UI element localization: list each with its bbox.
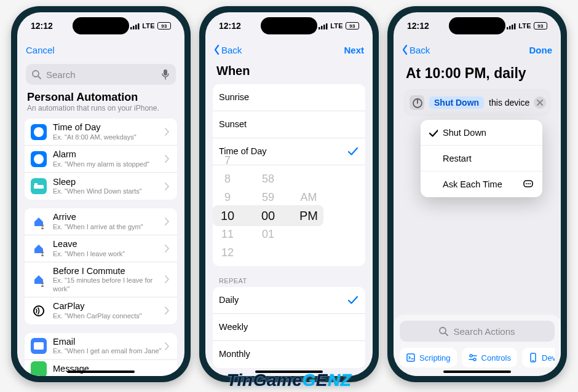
mic-icon[interactable] [161, 69, 170, 80]
network-label: LTE [330, 22, 343, 29]
signal-bars-icon [319, 22, 328, 29]
back-button[interactable]: Back [214, 45, 242, 55]
power-icon [410, 95, 424, 110]
status-time: 12:12 [407, 21, 429, 31]
trigger-message[interactable]: Message [25, 360, 177, 376]
when-options: SunriseSunsetTime of Day7891011125859000… [213, 84, 365, 266]
chevron-right-icon [165, 245, 170, 253]
done-button[interactable]: Done [529, 45, 553, 55]
trigger-leave[interactable]: LeaveEx. "When I leave work" [25, 235, 177, 262]
chip-controls[interactable]: Controls [462, 348, 517, 367]
search-placeholder: Search Actions [453, 326, 515, 337]
page-title: Personal Automation [22, 91, 180, 104]
check-icon [348, 147, 358, 157]
search-actions-field[interactable]: Search Actions [400, 321, 555, 342]
status-bar: 12:12 LTE 93 [205, 12, 373, 39]
automation-title: At 10:00 PM, daily [398, 60, 556, 89]
phone-3: 12:12 LTE 93 Back Done At 10:00 PM, dail… [387, 6, 567, 382]
chevron-right-icon [165, 155, 170, 163]
search-placeholder: Search [46, 69, 156, 80]
trigger-group-time: Time of DayEx. "At 8:00 AM, weekdays" Al… [25, 119, 177, 200]
status-time: 12:12 [31, 21, 53, 31]
chevron-right-icon [165, 342, 170, 350]
next-button[interactable]: Next [344, 45, 364, 55]
repeat-option[interactable]: Monthly [213, 341, 365, 368]
search-field[interactable]: Search [26, 64, 176, 85]
back-button[interactable]: Back [402, 45, 430, 55]
commute-icon [31, 272, 47, 288]
search-icon [439, 327, 448, 336]
trigger-alarm[interactable]: AlarmEx. "When my alarm is stopped" [25, 146, 177, 173]
scripting-icon [406, 353, 416, 363]
repeat-options: DailyWeeklyMonthly [213, 287, 365, 368]
repeat-option[interactable]: Daily [213, 287, 365, 314]
network-label: LTE [518, 22, 531, 29]
home-indicator[interactable] [443, 370, 511, 373]
trigger-before-commute[interactable]: Before I CommuteEx. "15 minutes before I… [25, 262, 177, 297]
popover-option[interactable]: Shut Down [421, 120, 542, 146]
remove-action-button[interactable] [534, 96, 546, 109]
network-label: LTE [142, 22, 155, 29]
popover-option[interactable]: Ask Each Time [421, 171, 542, 197]
trigger-sleep[interactable]: SleepEx. "When Wind Down starts" [25, 173, 177, 200]
signal-bars-icon [130, 22, 140, 29]
action-parameter[interactable]: Shut Down [429, 96, 484, 109]
nav-bar: Back Next [205, 39, 373, 60]
bed-icon [31, 178, 47, 194]
action-picker[interactable]: Search Actions ScriptingControlsDevice [394, 315, 561, 376]
chevron-right-icon [165, 307, 170, 315]
status-bar: 12:12 LTE 93 [394, 12, 561, 39]
phone-1: 12:12 LTE 93 Cancel Search Personal Auto… [11, 6, 191, 382]
chevron-right-icon [165, 182, 170, 190]
trigger-carplay[interactable]: CarPlayEx. "When CarPlay connects" [25, 297, 177, 324]
mail-icon [31, 338, 47, 354]
chevron-right-icon [165, 128, 170, 136]
search-icon [32, 70, 41, 79]
status-time: 12:12 [219, 21, 241, 31]
notch [73, 17, 129, 34]
ask-icon [523, 179, 534, 190]
clock-icon [31, 124, 47, 140]
trigger-email[interactable]: EmailEx. "When I get an email from Jane" [25, 333, 177, 360]
page-subtitle: An automation that runs on your iPhone. [22, 104, 180, 119]
chip-device[interactable]: Device [522, 348, 555, 367]
chevron-right-icon [165, 218, 170, 225]
controls-icon [468, 353, 478, 363]
status-bar: 12:12 LTE 93 [17, 12, 184, 39]
chevron-right-icon [165, 275, 170, 283]
carplay-icon [31, 303, 47, 319]
trigger-group-location: ArriveEx. "When I arrive at the gym" Lea… [25, 208, 177, 324]
nav-bar: Back Done [394, 39, 561, 60]
time-picker[interactable]: 78910111258590001AMPM [213, 165, 323, 266]
notch [261, 17, 317, 34]
check-icon [429, 128, 438, 137]
arrive-icon [31, 214, 47, 230]
trigger-group-comms: EmailEx. "When I get an email from Jane"… [25, 333, 177, 376]
message-icon [31, 361, 47, 376]
trigger-arrive[interactable]: ArriveEx. "When I arrive at the gym" [25, 208, 177, 235]
when-option[interactable]: Sunrise [213, 84, 365, 111]
chip-scripting[interactable]: Scripting [400, 348, 457, 367]
action-text: this device [489, 98, 529, 108]
parameter-popover: Shut DownRestartAsk Each Time [421, 120, 542, 197]
when-option[interactable]: Sunset [213, 111, 365, 138]
leave-icon [31, 241, 47, 257]
popover-option[interactable]: Restart [421, 146, 542, 171]
section-heading: When [210, 60, 368, 84]
battery-icon: 93 [157, 22, 171, 29]
device-icon [528, 353, 538, 363]
nav-bar: Cancel [17, 39, 184, 60]
phone-2: 12:12 LTE 93 Back Next When SunriseSunse… [199, 6, 379, 382]
category-chips: ScriptingControlsDevice [400, 348, 555, 367]
action-shut-down[interactable]: Shut Down this device [403, 89, 551, 116]
cancel-button[interactable]: Cancel [26, 45, 55, 55]
home-indicator[interactable] [255, 370, 323, 373]
repeat-option[interactable]: Weekly [213, 314, 365, 341]
trigger-time-of-day[interactable]: Time of DayEx. "At 8:00 AM, weekdays" [25, 119, 177, 146]
signal-bars-icon [507, 22, 516, 29]
repeat-label: REPEAT [210, 275, 368, 287]
battery-icon: 93 [346, 22, 359, 29]
home-indicator[interactable] [67, 370, 135, 373]
notch [449, 17, 505, 34]
battery-icon: 93 [534, 22, 547, 29]
